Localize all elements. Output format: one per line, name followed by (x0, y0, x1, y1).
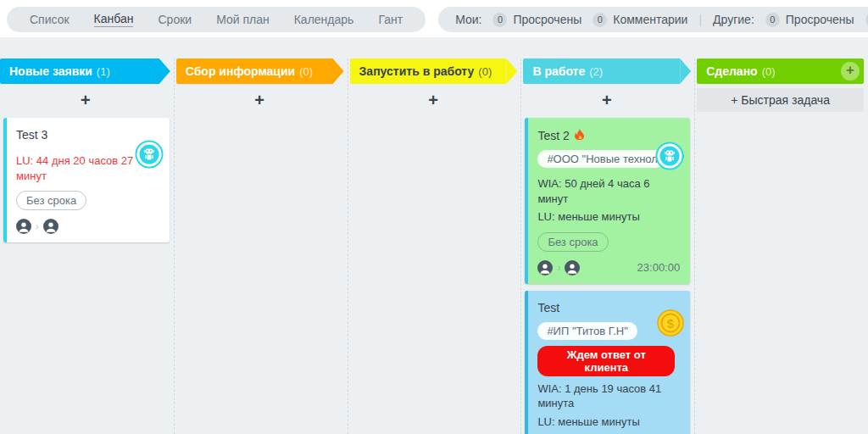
kanban-board: Новые заявки (1) + Test 3 (0, 37, 868, 434)
counters-group-label-others: Другие: (713, 13, 754, 26)
add-card-button[interactable]: + (81, 92, 91, 108)
column-arrow (506, 58, 517, 84)
fire-icon (575, 128, 584, 142)
count-badge: 0 (593, 13, 607, 27)
column-count: (0) (299, 65, 313, 78)
tab-deadlines[interactable]: Сроки (158, 13, 192, 27)
column-title: Сделано (706, 64, 757, 78)
card-lu-time: LU: меньше минуты (537, 415, 680, 430)
column-arrow (333, 58, 344, 84)
column-count: (1) (97, 65, 110, 78)
tab-my-plan[interactable]: Мой план (216, 13, 270, 27)
tab-gantt[interactable]: Гант (378, 13, 403, 27)
count-badge: 0 (492, 13, 507, 27)
column-arrow (159, 58, 170, 84)
avatar-assignee[interactable] (43, 219, 58, 234)
column-new-requests: Новые заявки (1) + Test 3 (0, 58, 174, 434)
company-pill[interactable]: #ООО "Новые технологии" (537, 150, 665, 168)
card-wia-time: WIA: 50 дней 4 часа 6 минут (537, 176, 680, 206)
deadline-pill[interactable]: Без срока (16, 191, 86, 210)
deadline-pill[interactable]: Без срока (537, 232, 608, 252)
tab-list[interactable]: Список (30, 13, 70, 27)
tab-calendar[interactable]: Календарь (294, 13, 354, 27)
avatar-assignee[interactable] (565, 260, 580, 275)
column-header[interactable]: Сбор информации (0) (176, 58, 333, 84)
add-card-button[interactable]: + (428, 92, 438, 108)
counter-others-comments[interactable]: 0 Комментарии (865, 13, 868, 27)
chevron-right-icon: › (36, 220, 39, 232)
robot-badge-icon[interactable] (135, 140, 164, 172)
counter-others-overdue[interactable]: 0 Просрочены (765, 13, 854, 27)
card-stripe (525, 291, 528, 434)
coin-badge-icon[interactable]: $ (657, 309, 684, 340)
column-header[interactable]: Запустить в работу (0) (350, 58, 507, 84)
column-done: Сделано (0) + + Быстрая задача (694, 58, 868, 434)
tab-kanban[interactable]: Канбан (94, 12, 134, 27)
card-stripe (525, 118, 528, 284)
add-stage-plus-icon[interactable]: + (841, 62, 860, 81)
view-tabs: Список Канбан Сроки Мой план Календарь Г… (7, 7, 426, 32)
counter-label: Комментарии (613, 13, 687, 26)
divider: | (698, 13, 702, 26)
counters-bar: Мои: 0 Просрочены 0 Комментарии | Другие… (438, 7, 868, 32)
counter-label: Просрочены (513, 13, 581, 26)
top-bar: Список Канбан Сроки Мой план Календарь Г… (0, 0, 868, 37)
column-title: В работе (532, 64, 585, 78)
task-card[interactable]: Test 2 #ООО "Новые технологии" (525, 118, 690, 284)
task-card[interactable]: Test #ИП "Титов Г.Н" $ Ждем ответ от кли… (525, 291, 690, 434)
column-header[interactable]: Новые заявки (1) (0, 58, 159, 84)
counters-group-label-mine: Мои: (455, 13, 481, 26)
add-card-button[interactable]: + (254, 92, 264, 108)
quick-task-button[interactable]: + Быстрая задача (697, 88, 864, 112)
column-header[interactable]: Сделано (0) + (697, 58, 864, 84)
avatar-creator[interactable] (537, 260, 553, 275)
add-card-button[interactable]: + (602, 92, 612, 108)
column-launch: Запустить в работу (0) + (348, 58, 521, 434)
column-count: (0) (478, 65, 492, 78)
status-pill: Ждем ответ от клиента (537, 346, 675, 376)
chevron-right-icon: › (557, 262, 560, 274)
svg-text:$: $ (667, 315, 675, 330)
company-pill[interactable]: #ИП "Титов Г.Н" (537, 322, 637, 340)
counter-mine-comments[interactable]: 0 Комментарии (593, 13, 687, 27)
column-count: (2) (589, 65, 603, 78)
counter-label: Просрочены (786, 13, 854, 26)
avatar-creator[interactable] (16, 219, 31, 234)
card-stripe (3, 118, 7, 242)
count-badge: 0 (765, 13, 780, 27)
column-header[interactable]: В работе (2) (523, 58, 680, 84)
column-in-progress: В работе (2) + Test 2 #ООО "Новые технол… (520, 58, 694, 434)
robot-badge-icon[interactable] (655, 142, 684, 174)
column-arrow (680, 58, 691, 84)
count-badge: 0 (865, 13, 868, 27)
counter-mine-overdue[interactable]: 0 Просрочены (492, 13, 581, 27)
column-title: Запустить в работу (359, 64, 475, 78)
column-info-gathering: Сбор информации (0) + (174, 58, 348, 434)
card-lu-time: LU: меньше минуты (537, 209, 680, 225)
card-wia-time: WIA: 1 день 19 часов 41 минута (537, 381, 680, 411)
column-title: Сбор информации (186, 64, 295, 78)
card-time: 23:00:00 (637, 261, 681, 274)
task-card[interactable]: Test 3 LU: 44 дня 20 ч (3, 118, 170, 242)
column-title: Новые заявки (9, 64, 92, 78)
column-count: (0) (762, 65, 776, 78)
card-title[interactable]: Test 2 (537, 129, 569, 142)
